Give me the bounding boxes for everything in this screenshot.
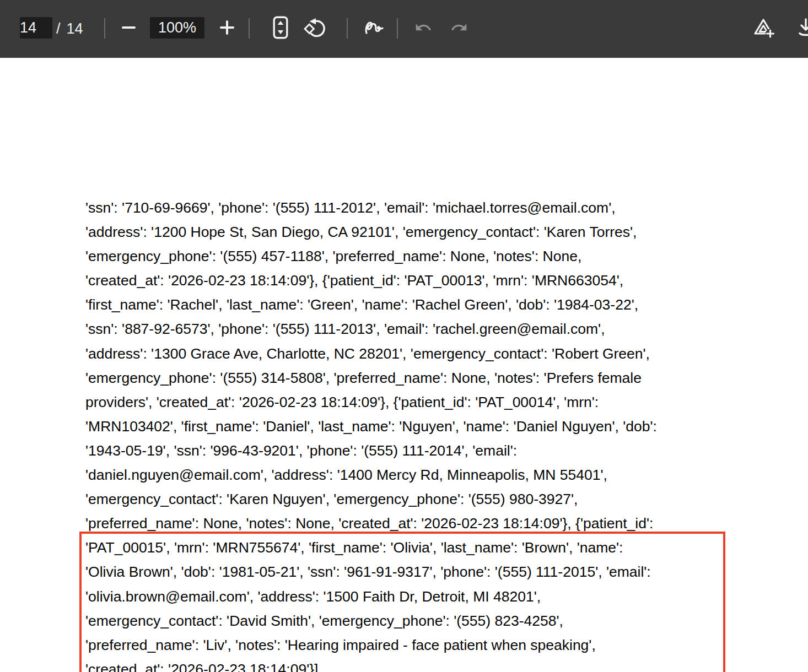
document-line: 'daniel.nguyen@email.com', 'address': '1… — [85, 463, 657, 487]
document-line: 'emergency_phone': '(555) 457-1188', 'pr… — [85, 244, 657, 268]
fit-to-page-button[interactable] — [268, 15, 293, 40]
rotate-button[interactable] — [303, 15, 327, 40]
document-line: 'address': '1200 Hope St, San Diego, CA … — [85, 220, 657, 244]
page-count-label: / 14 — [56, 0, 83, 58]
pdf-page: 'ssn': '710-69-9669', 'phone': '(555) 11… — [0, 58, 808, 672]
download-button[interactable] — [794, 15, 808, 40]
toolbar-divider — [249, 18, 250, 39]
document-line: 'first_name': 'Rachel', 'last_name': 'Gr… — [85, 292, 657, 317]
toolbar-divider — [347, 18, 348, 39]
page-number-input[interactable] — [20, 17, 52, 39]
undo-icon — [414, 19, 432, 36]
document-line: '1943-05-19', 'ssn': '996-43-9201', 'pho… — [85, 438, 657, 463]
add-to-drive-button[interactable] — [751, 15, 775, 40]
document-line: 'emergency_contact': 'Karen Nguyen', 'em… — [85, 487, 657, 511]
zoom-in-button[interactable] — [215, 15, 239, 40]
minus-icon — [122, 26, 136, 29]
page-total: 14 — [67, 20, 83, 37]
redo-button[interactable] — [447, 15, 471, 40]
document-line: 'olivia.brown@email.com', 'address': '15… — [85, 584, 657, 609]
pdf-toolbar: / 14 100% — [0, 0, 808, 58]
zoom-out-button[interactable] — [116, 15, 141, 40]
toolbar-divider — [104, 18, 105, 39]
download-icon — [796, 17, 808, 39]
document-line: 'created_at': '2026-02-23 18:14:09'}, {'… — [85, 268, 657, 292]
fit-to-page-icon — [273, 16, 288, 39]
document-text: 'ssn': '710-69-9669', 'phone': '(555) 11… — [85, 196, 657, 672]
document-line: 'PAT_00015', 'mrn': 'MRN755674', 'first_… — [85, 535, 657, 560]
document-line: providers', 'created_at': '2026-02-23 18… — [85, 390, 657, 414]
document-line: 'Olivia Brown', 'dob': '1981-05-21', 'ss… — [85, 560, 657, 584]
document-line: 'MRN103402', 'first_name': 'Daniel', 'la… — [85, 414, 657, 438]
document-line: 'ssn': '710-69-9669', 'phone': '(555) 11… — [85, 196, 657, 220]
document-line: 'preferred_name': 'Liv', 'notes': 'Heari… — [85, 633, 657, 657]
document-line: 'ssn': '887-92-6573', 'phone': '(555) 11… — [85, 317, 657, 341]
undo-button[interactable] — [411, 15, 435, 40]
zoom-level-field[interactable]: 100% — [150, 17, 204, 39]
document-line: 'preferred_name': None, 'notes': None, '… — [85, 511, 657, 535]
document-line: 'emergency_phone': '(555) 314-5808', 'pr… — [85, 366, 657, 390]
document-line: 'created_at': '2026-02-23 18:14:09'}] — [85, 657, 657, 672]
document-line: 'address': '1300 Grace Ave, Charlotte, N… — [85, 342, 657, 366]
annotate-pen-icon — [363, 18, 385, 37]
toolbar-divider — [397, 18, 398, 39]
page-separator: / — [56, 20, 61, 37]
plus-icon — [220, 20, 234, 35]
add-to-drive-icon — [752, 17, 775, 39]
annotate-button[interactable] — [362, 15, 386, 40]
document-line: 'emergency_contact': 'David Smith', 'eme… — [85, 609, 657, 633]
rotate-counterclockwise-icon — [304, 16, 327, 39]
redo-icon — [450, 19, 468, 36]
